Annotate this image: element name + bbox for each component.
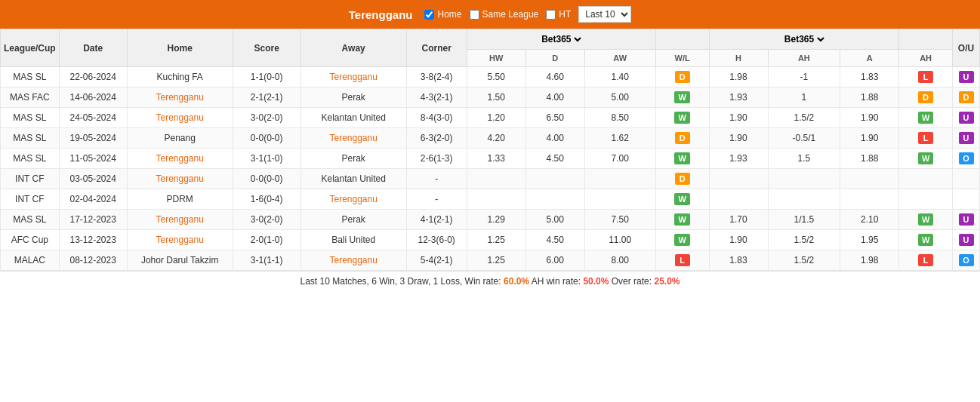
date-cell: 11-05-2024 xyxy=(59,149,127,169)
col-h: H xyxy=(709,50,768,67)
aw-cell: 5.00 xyxy=(584,87,655,108)
table-row: MAS SL 11-05-2024 Terengganu 3-1(1-0) Pe… xyxy=(1,149,980,169)
hw-cell xyxy=(467,189,525,210)
table-row: INT CF 03-05-2024 Terengganu 0-0(0-0) Ke… xyxy=(1,169,980,189)
league-cell: MAS SL xyxy=(1,210,60,230)
aw-cell xyxy=(584,189,655,210)
score-cell: 1-6(0-4) xyxy=(233,189,300,210)
group2-ah xyxy=(899,29,953,50)
a-cell: 2.10 xyxy=(840,210,899,230)
same-league-checkbox[interactable] xyxy=(470,10,479,20)
header-bar: Terengganu Home Same League HT Last 10 L… xyxy=(0,0,980,29)
ht-checkbox[interactable] xyxy=(546,10,556,20)
ou-cell: U xyxy=(953,210,980,230)
table-row: MAS SL 24-05-2024 Terengganu 3-0(2-0) Ke… xyxy=(1,108,980,128)
a-cell: 1.90 xyxy=(840,128,899,149)
table-row: AFC Cup 13-12-2023 Terengganu 2-0(1-0) B… xyxy=(1,230,980,250)
score-cell: 0-0(0-0) xyxy=(233,169,300,189)
a-cell: 1.90 xyxy=(840,108,899,128)
ah2-cell: D xyxy=(899,87,953,108)
away-cell: Perak xyxy=(300,87,406,108)
wl-cell: D xyxy=(655,67,709,87)
a-cell xyxy=(840,189,899,210)
a-cell: 1.95 xyxy=(840,230,899,250)
home-cell: Kuching FA xyxy=(127,67,233,87)
group1-wl xyxy=(655,29,709,50)
col-ou: O/U xyxy=(953,29,980,67)
corner-cell: - xyxy=(406,189,467,210)
home-cell: Johor Darul Takzim xyxy=(127,250,233,271)
score-cell: 3-0(2-0) xyxy=(233,108,300,128)
ah-cell xyxy=(768,169,840,189)
wl-cell: W xyxy=(655,210,709,230)
home-option[interactable]: Home xyxy=(424,9,461,20)
date-cell: 02-04-2024 xyxy=(59,189,127,210)
home-cell: Terengganu xyxy=(127,169,233,189)
over-prefix: Over rate: xyxy=(612,276,655,287)
d-cell: 6.50 xyxy=(525,108,584,128)
corner-cell: 8-4(3-0) xyxy=(406,108,467,128)
ht-label: HT xyxy=(559,9,571,20)
bet365-select-2[interactable]: Bet365 xyxy=(781,33,827,45)
hw-cell: 5.50 xyxy=(467,67,525,87)
footer-prefix: Last 10 Matches, 6 Win, 3 Draw, 1 Loss, … xyxy=(300,276,501,287)
league-cell: INT CF xyxy=(1,169,60,189)
col-ah: AH xyxy=(768,50,840,67)
ah2-cell: L xyxy=(899,67,953,87)
d-cell xyxy=(525,169,584,189)
a-cell: 1.98 xyxy=(840,250,899,271)
aw-cell: 7.50 xyxy=(584,210,655,230)
ht-option[interactable]: HT xyxy=(546,9,571,20)
score-cell: 3-0(2-0) xyxy=(233,210,300,230)
h-cell: 1.90 xyxy=(709,108,768,128)
filter-select[interactable]: Last 10 Last 5 Last 20 All xyxy=(578,6,631,23)
group1-bet365-label: Bet365 xyxy=(467,29,655,50)
ah2-cell: W xyxy=(899,149,953,169)
wl-cell: W xyxy=(655,108,709,128)
d-cell: 5.00 xyxy=(525,210,584,230)
d-cell: 4.50 xyxy=(525,149,584,169)
ah-cell xyxy=(768,189,840,210)
date-cell: 17-12-2023 xyxy=(59,210,127,230)
away-cell: Perak xyxy=(300,149,406,169)
home-cell: Terengganu xyxy=(127,149,233,169)
a-cell: 1.83 xyxy=(840,67,899,87)
aw-cell xyxy=(584,169,655,189)
a-cell: 1.88 xyxy=(840,149,899,169)
aw-cell: 8.50 xyxy=(584,108,655,128)
score-cell: 3-1(1-1) xyxy=(233,250,300,271)
same-league-option[interactable]: Same League xyxy=(470,9,539,20)
ou-cell: U xyxy=(953,108,980,128)
h-cell: 1.90 xyxy=(709,230,768,250)
league-cell: INT CF xyxy=(1,189,60,210)
hw-cell xyxy=(467,169,525,189)
away-cell: Kelantan United xyxy=(300,169,406,189)
h-cell xyxy=(709,189,768,210)
bet365-select-1[interactable]: Bet365 xyxy=(538,33,584,45)
aw-cell: 1.62 xyxy=(584,128,655,149)
col-league: League/Cup xyxy=(1,29,60,67)
ah2-cell: L xyxy=(899,128,953,149)
col-d: D xyxy=(525,50,584,67)
h-cell: 1.98 xyxy=(709,67,768,87)
win-rate: 60.0% xyxy=(504,276,529,287)
date-cell: 22-06-2024 xyxy=(59,67,127,87)
col-date: Date xyxy=(59,29,127,67)
corner-cell: 5-4(2-1) xyxy=(406,250,467,271)
wl-cell: W xyxy=(655,189,709,210)
aw-cell: 11.00 xyxy=(584,230,655,250)
h-cell: 1.70 xyxy=(709,210,768,230)
home-checkbox[interactable] xyxy=(424,10,434,20)
h-cell xyxy=(709,169,768,189)
col-ah2: AH xyxy=(899,50,953,67)
score-cell: 0-0(0-0) xyxy=(233,128,300,149)
date-cell: 14-06-2024 xyxy=(59,87,127,108)
hw-cell: 1.20 xyxy=(467,108,525,128)
score-cell: 3-1(1-0) xyxy=(233,149,300,169)
col-hw: HW xyxy=(467,50,525,67)
wl-cell: D xyxy=(655,128,709,149)
match-table-body: MAS SL 22-06-2024 Kuching FA 1-1(0-0) Te… xyxy=(1,67,980,271)
wl-cell: D xyxy=(655,169,709,189)
home-cell: PDRM xyxy=(127,189,233,210)
header-options: Home Same League HT Last 10 Last 5 Last … xyxy=(424,6,631,23)
